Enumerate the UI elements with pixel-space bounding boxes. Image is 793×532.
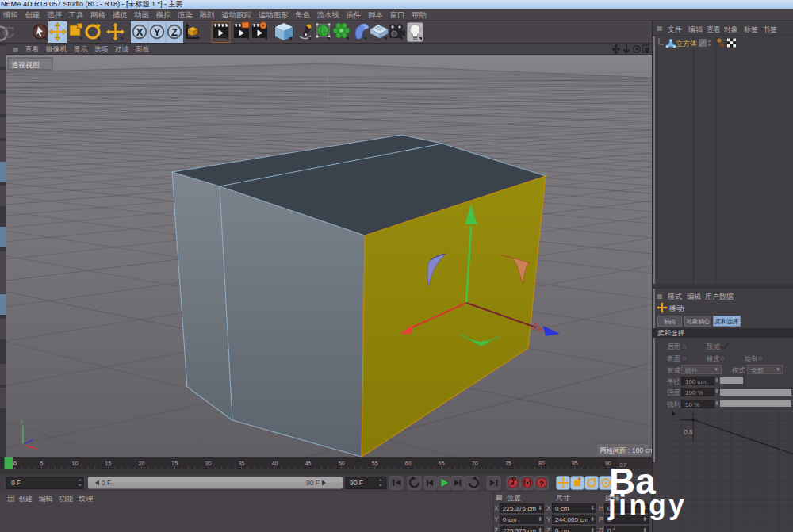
svg-text:网格间距 : 100 cm: 网格间距 : 100 cm [600,446,652,454]
svg-text:20: 20 [139,461,145,466]
svg-text:65: 65 [439,461,445,466]
svg-text:0 F: 0 F [102,479,111,487]
svg-text:80: 80 [538,461,545,466]
svg-text:60: 60 [405,461,412,466]
svg-text:75: 75 [505,461,511,466]
svg-text:70: 70 [472,461,478,466]
svg-text:15: 15 [105,461,112,466]
svg-text:35: 35 [239,461,245,466]
svg-text:40: 40 [272,461,278,466]
svg-text:90 F: 90 F [350,479,363,487]
svg-text:Y: Y [20,419,24,425]
svg-text:0.8: 0.8 [684,428,693,436]
svg-text:Y: Y [154,26,161,38]
svg-text:30: 30 [205,461,212,466]
svg-text:55: 55 [372,461,378,466]
svg-text:透视视图: 透视视图 [11,61,40,69]
svg-text:0: 0 [13,461,17,466]
svg-text:5: 5 [40,461,43,466]
svg-text:Z: Z [171,26,178,38]
svg-text:0 F: 0 F [11,479,21,487]
svg-text:?: ? [539,479,544,488]
svg-text:X: X [136,26,144,38]
svg-text:10: 10 [72,461,79,466]
svg-text:45: 45 [305,461,312,466]
svg-text:85: 85 [572,461,578,466]
svg-text:50: 50 [339,461,345,466]
svg-text:立方体: 立方体 [676,40,697,48]
svg-text:90 F: 90 F [306,479,320,487]
svg-text:25: 25 [172,461,178,466]
